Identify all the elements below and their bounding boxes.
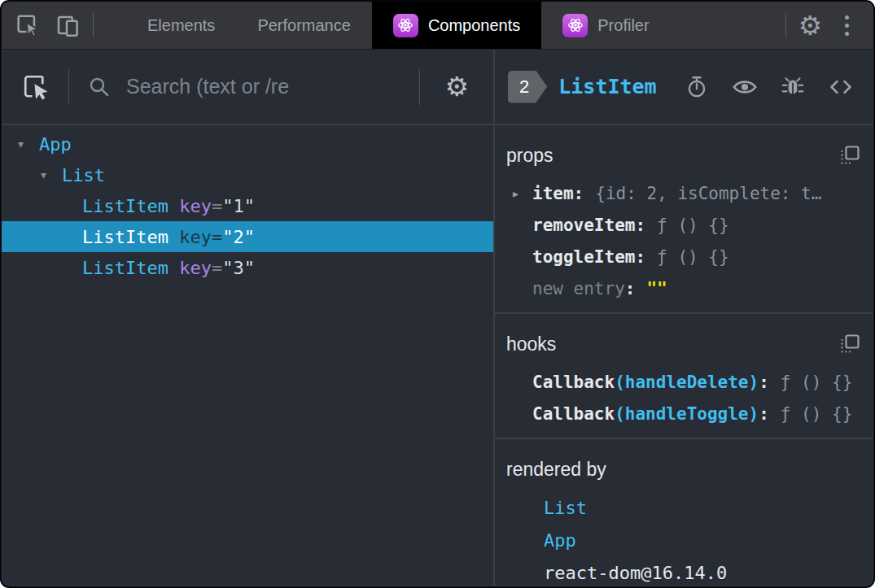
log-to-console-bug-icon[interactable] <box>781 75 805 99</box>
react-logo-icon <box>393 14 418 37</box>
hook-name: (handleToggle) <box>615 404 759 424</box>
hooks-section-title: hooks <box>506 333 556 355</box>
props-section: props ▸ item: {id: 2, isComplete: t… <box>495 125 873 314</box>
prop-value: ƒ () {} <box>657 216 729 235</box>
hook-value: ƒ () {} <box>781 372 853 392</box>
copy-props-icon[interactable] <box>839 145 860 166</box>
more-options-icon[interactable] <box>837 11 857 41</box>
toolbar-separator <box>68 69 69 105</box>
hook-value: ƒ () {} <box>781 404 853 424</box>
rendered-by-list-link[interactable]: List <box>503 491 865 524</box>
search-icon <box>87 75 112 99</box>
tree-settings-gear-icon[interactable]: ⚙ <box>438 73 493 100</box>
component-name: List <box>62 165 105 185</box>
tree-toolbar: ⚙ <box>2 50 493 125</box>
toolbar-separator <box>419 69 420 105</box>
prop-value: ƒ () {} <box>657 247 729 267</box>
tree-row-listitem-3[interactable]: ListItem key="3" <box>2 252 493 283</box>
prop-row-item[interactable]: ▸ item: {id: 2, isComplete: t… <box>503 177 865 209</box>
component-name: ListItem <box>82 258 168 278</box>
devtools-window: Elements Performance Components <box>0 0 875 588</box>
devtools-main: ⚙ ▾ App ▾ List ListItem key="1" ListItem… <box>2 50 873 586</box>
rendered-by-react-dom-version: react-dom@16.14.0 <box>503 556 865 586</box>
tab-performance-label: Performance <box>257 16 351 35</box>
hook-row-handledelete[interactable]: Callback(handleDelete): ƒ () {} <box>503 366 865 398</box>
prop-value-empty-string: "" <box>646 279 667 298</box>
inspect-element-icon[interactable] <box>15 12 41 38</box>
component-name: ListItem <box>82 227 168 247</box>
key-value: "2" <box>222 227 255 247</box>
prop-row-new-entry[interactable]: new entry: "" <box>503 272 865 304</box>
inspect-dom-eye-icon[interactable] <box>732 74 758 100</box>
key-attr: key <box>179 196 212 216</box>
hook-name: (handleDelete) <box>615 372 759 392</box>
component-name: ListItem <box>82 196 168 216</box>
suspend-timer-icon[interactable] <box>685 75 709 99</box>
key-value: "3" <box>222 258 255 278</box>
components-tree-panel: ⚙ ▾ App ▾ List ListItem key="1" ListItem… <box>2 50 493 586</box>
tree-row-app[interactable]: ▾ App <box>2 128 493 159</box>
tree-row-listitem-2-selected[interactable]: ListItem key="2" <box>2 221 493 252</box>
component-tree: ▾ App ▾ List ListItem key="1" ListItem k… <box>2 125 493 586</box>
hook-row-handletoggle[interactable]: Callback(handleToggle): ƒ () {} <box>503 398 865 429</box>
tab-profiler-label: Profiler <box>597 16 649 35</box>
collapse-arrow-icon[interactable]: ▾ <box>18 137 39 150</box>
component-details-panel: 2 ListItem <box>495 50 873 586</box>
owners-count-badge[interactable]: 2 <box>508 71 547 103</box>
device-toolbar-icon[interactable] <box>55 12 81 38</box>
tab-elements[interactable]: Elements <box>126 2 236 49</box>
rendered-by-app-link[interactable]: App <box>503 524 865 556</box>
tab-profiler[interactable]: Profiler <box>541 2 670 49</box>
rendered-by-title: rendered by <box>506 459 606 481</box>
tab-performance[interactable]: Performance <box>236 2 372 49</box>
view-source-code-icon[interactable] <box>828 74 854 100</box>
tabbar-separator <box>785 13 786 37</box>
devtools-tab-bar: Elements Performance Components <box>2 2 873 50</box>
rendered-by-section: rendered by List App react-dom@16.14.0 <box>495 439 873 586</box>
tab-components[interactable]: Components <box>372 2 541 49</box>
tabbar-separator <box>93 13 94 37</box>
tree-row-listitem-1[interactable]: ListItem key="1" <box>2 190 493 221</box>
props-section-title: props <box>506 145 553 167</box>
key-attr: key <box>179 258 212 278</box>
component-name: App <box>39 134 72 155</box>
key-attr: key <box>179 227 212 247</box>
react-logo-icon <box>562 14 588 37</box>
tree-row-list[interactable]: ▾ List <box>2 159 493 190</box>
expand-arrow-icon[interactable]: ▸ <box>513 187 532 200</box>
prop-row-removeitem[interactable]: removeItem: ƒ () {} <box>503 209 865 241</box>
prop-value: {id: 2, isComplete: t… <box>595 184 821 203</box>
selected-component-name: ListItem <box>558 75 656 98</box>
tab-elements-label: Elements <box>147 16 215 35</box>
key-value: "1" <box>222 196 255 216</box>
details-header: 2 ListItem <box>495 50 873 125</box>
settings-gear-icon[interactable]: ⚙ <box>798 12 822 39</box>
hooks-section: hooks Callback(handleDelete): ƒ () {} <box>495 314 873 439</box>
select-component-icon[interactable] <box>21 72 50 102</box>
collapse-arrow-icon[interactable]: ▾ <box>41 168 62 181</box>
copy-hooks-icon[interactable] <box>839 333 860 355</box>
prop-row-toggleitem[interactable]: toggleItem: ƒ () {} <box>503 241 865 272</box>
search-input[interactable] <box>125 74 401 99</box>
tab-components-label: Components <box>428 16 520 35</box>
